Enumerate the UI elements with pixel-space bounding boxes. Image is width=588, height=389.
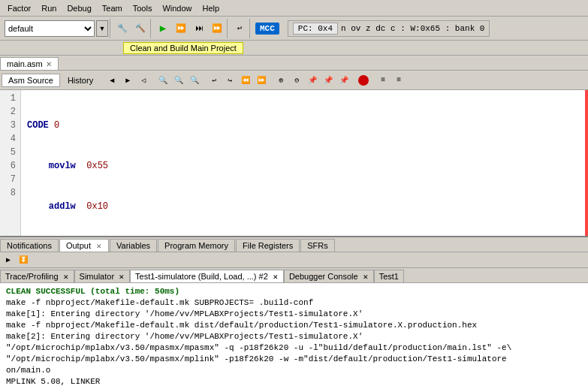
asm-tb-btn-10[interactable]: ⏩ <box>254 73 269 88</box>
red-marker <box>585 90 588 236</box>
build-bar: Clean and Build Main Project <box>0 41 588 56</box>
tab-file-registers[interactable]: File Registers <box>236 239 300 252</box>
out-line-4: make[2]: Entering directory '/home/vv/MP… <box>6 331 582 342</box>
out-line-0: CLEAN SUCCESSFUL (total time: 50ms) <box>6 286 582 297</box>
asm-tb-btn-12[interactable]: ⊖ <box>289 73 304 88</box>
run-btn[interactable]: ▶ <box>155 20 171 37</box>
toolbar-btn-1[interactable]: 🔧 <box>114 20 131 37</box>
asm-tb-btn-5[interactable]: 🔍 <box>171 73 186 88</box>
asm-tb-btn-17[interactable]: ≡ <box>391 73 406 88</box>
otab-debugger[interactable]: Debugger Console ✕ <box>284 270 374 282</box>
asm-tb-btn-13[interactable]: 📌 <box>305 73 320 88</box>
history-btn[interactable]: History <box>61 74 100 87</box>
out-line-7: on/main.o <box>6 365 582 376</box>
ctrl-btn-2[interactable]: ⏬ <box>17 253 30 267</box>
mcc-logo[interactable]: MCC <box>255 23 279 35</box>
ctrl-btn-1[interactable]: ▶ <box>2 253 15 267</box>
tab-sfrs[interactable]: SFRs <box>300 239 335 252</box>
otab-debug-close[interactable]: ✕ <box>363 273 369 281</box>
menu-debug[interactable]: Debug <box>62 2 95 14</box>
toolbar-group-1: 🔧 🔨 <box>113 19 151 38</box>
project-select[interactable]: default <box>5 20 95 37</box>
asm-tb-btn-8[interactable]: ↪ <box>222 73 237 88</box>
toolbar-btn-3[interactable]: ⏩ <box>173 20 189 37</box>
toolbar-btn-6[interactable]: ↩ <box>231 20 248 37</box>
build-label: Clean and Build Main Project <box>123 42 243 54</box>
pc-label: PC: 0x4 <box>293 23 338 35</box>
out-line-6: "/opt/microchip/mplabx/v3.50/mpasmx/mpli… <box>6 354 582 365</box>
otab-trace-close[interactable]: ✕ <box>63 273 69 281</box>
editor-tab-label: main.asm <box>7 59 43 68</box>
asm-tb-btn-6[interactable]: 🔍 <box>187 73 202 88</box>
code-area[interactable]: CODE 0 movlw 0x55 addlw 0x10 addlw 0x10 … <box>21 90 588 236</box>
out-line-8: MPLINK 5.08, LINKER <box>6 376 582 387</box>
code-line-3: addlw 0x10 <box>27 200 582 213</box>
toolbar-btn-2[interactable]: 🔨 <box>132 20 149 37</box>
menu-window[interactable]: Window <box>158 2 196 14</box>
menu-tools[interactable]: Tools <box>128 2 157 14</box>
stop-icon <box>358 75 369 86</box>
asm-tb-btn-11[interactable]: ⊕ <box>273 73 288 88</box>
asm-tb-btn-14[interactable]: 📌 <box>321 73 336 88</box>
out-line-5: "/opt/microchip/mplabx/v3.50/mpasmx/mpas… <box>6 342 582 354</box>
asm-tb-btn-15[interactable]: 📌 <box>336 73 351 88</box>
tab-program-memory[interactable]: Program Memory <box>158 239 235 252</box>
asm-tb-btn-9[interactable]: ⏪ <box>238 73 253 88</box>
menu-run[interactable]: Run <box>37 2 61 14</box>
tab-variables[interactable]: Variables <box>110 239 157 252</box>
toolbar-group-3: ↩ <box>230 19 250 38</box>
toolbar-group-2: ▶ ⏩ ⏭ ⏩ <box>153 19 228 38</box>
otab-sim-close[interactable]: ✕ <box>119 273 125 281</box>
toolbar-btn-5[interactable]: ⏩ <box>209 20 225 37</box>
menubar: Factor Run Debug Team Tools Window Help <box>0 0 588 17</box>
menu-help[interactable]: Help <box>198 2 225 14</box>
project-group: default ▼ <box>3 19 110 38</box>
editor-tab-close[interactable]: ✕ <box>46 60 52 68</box>
code-line-2: movlw 0x55 <box>27 159 582 173</box>
output-content: CLEAN SUCCESSFUL (total time: 50ms) make… <box>0 283 588 389</box>
out-line-1: make -f nbproject/Makefile-default.mk SU… <box>6 297 582 309</box>
out-line-2: make[1]: Entering directory '/home/vv/MP… <box>6 309 582 320</box>
toolbar: default ▼ 🔧 🔨 ▶ ⏩ ⏭ ⏩ ↩ MCC PC: 0x4 n ov… <box>0 17 588 41</box>
output-tabs: Trace/Profiling ✕ Simulator ✕ Test1-simu… <box>0 268 588 283</box>
tab-output[interactable]: Output ✕ <box>59 239 109 252</box>
menu-team[interactable]: Team <box>98 2 127 14</box>
bottom-controls: ▶ ⏬ <box>0 252 588 268</box>
asm-tb-btn-2[interactable]: ▶ <box>120 73 135 88</box>
otab-test1[interactable]: Test1 <box>374 270 404 282</box>
otab-simulator[interactable]: Simulator ✕ <box>74 270 131 282</box>
otab-trace[interactable]: Trace/Profiling ✕ <box>0 270 74 282</box>
out-line-3: make -f nbproject/Makefile-default.mk di… <box>6 320 582 331</box>
asm-tb-btn-4[interactable]: 🔍 <box>155 73 170 88</box>
toolbar-btn-4[interactable]: ⏭ <box>191 20 207 37</box>
editor-container: main.asm ✕ Asm Source History ◀ ▶ ◁ 🔍 🔍 … <box>0 56 588 236</box>
code-line-1: CODE 0 <box>27 119 582 132</box>
bottom-panel: Notifications Output ✕ Variables Program… <box>0 236 588 389</box>
code-content[interactable]: CODE 0 movlw 0x55 addlw 0x10 addlw 0x10 … <box>21 90 588 236</box>
menu-factor[interactable]: Factor <box>3 2 35 14</box>
pc-status: n ov z dc c : W:0x65 : bank 0 <box>341 24 484 33</box>
code-editor[interactable]: 1 2 3 4 5 6 7 8 CODE 0 movlw 0x55 addlw … <box>0 90 588 236</box>
asm-source-btn[interactable]: Asm Source <box>2 74 60 87</box>
editor-tabs: main.asm ✕ <box>0 56 588 71</box>
asm-tb-btn-16[interactable]: ≡ <box>375 73 390 88</box>
otab-build-close[interactable]: ✕ <box>273 273 279 281</box>
tab-output-close[interactable]: ✕ <box>96 243 102 250</box>
asm-toolbar: Asm Source History ◀ ▶ ◁ 🔍 🔍 🔍 ↩ ↪ ⏪ ⏩ ⊕… <box>0 71 588 90</box>
tab-notifications[interactable]: Notifications <box>0 239 59 252</box>
project-dropdown-btn[interactable]: ▼ <box>96 20 108 37</box>
line-numbers: 1 2 3 4 5 6 7 8 <box>0 90 21 236</box>
stop-btn[interactable] <box>356 73 371 88</box>
editor-tab-main[interactable]: main.asm ✕ <box>0 57 59 70</box>
asm-tb-btn-3[interactable]: ◁ <box>136 73 151 88</box>
asm-tb-btn-1[interactable]: ◀ <box>104 73 119 88</box>
otab-build[interactable]: Test1-simulatore (Build, Load, ...) #2 ✕ <box>130 270 284 282</box>
asm-tb-btn-7[interactable]: ↩ <box>207 73 222 88</box>
bottom-tabs: Notifications Output ✕ Variables Program… <box>0 237 588 252</box>
